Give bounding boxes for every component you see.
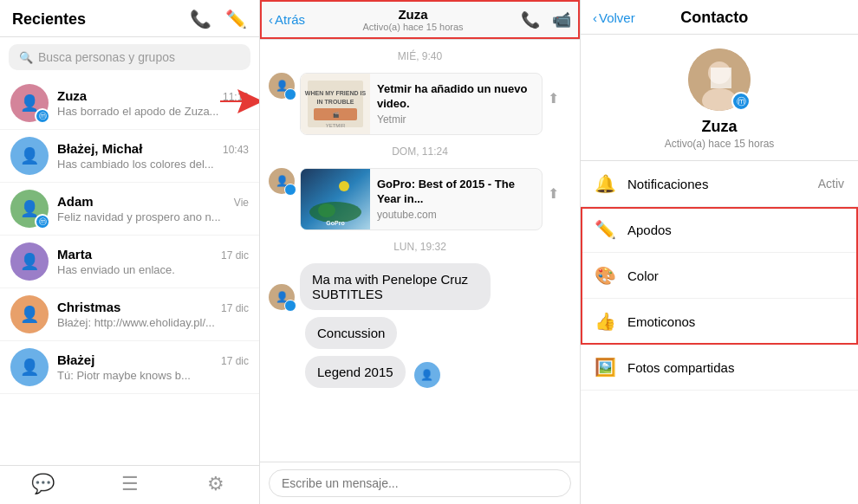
- video-info-yetmir: Yetmir ha añadido un nuevo video. Yetmir: [370, 77, 542, 131]
- avatar-christmas: 👤: [10, 295, 49, 333]
- svg-text:IN TROUBLE: IN TROUBLE: [317, 99, 354, 105]
- chat-messages: MIÉ, 9:40 👤 WHEN MY FRIEND IS IN TROUBLE…: [260, 40, 580, 462]
- tab-list[interactable]: ☰: [87, 473, 173, 495]
- avatar-circle-blazej-michal: 👤: [10, 137, 49, 175]
- conv-preview-adam: Feliz navidad y prospero ano n...: [57, 210, 249, 223]
- conv-preview-marta: Has enviado un enlace.: [57, 263, 249, 276]
- svg-marker-0: [220, 89, 259, 113]
- recientes-title: Recientes: [12, 10, 86, 29]
- conv-item-christmas[interactable]: 👤 Christmas 17 dic Błażej: http://www.eh…: [0, 288, 259, 341]
- conv-name-marta: Marta: [57, 247, 92, 262]
- svg-text:GoPro: GoPro: [326, 220, 344, 226]
- svg-text:WHEN MY FRIEND IS: WHEN MY FRIEND IS: [305, 90, 367, 96]
- svg-text:🎬: 🎬: [333, 112, 340, 119]
- middle-panel: ‹ Atrás Zuza Activo(a) hace 15 horas 📞 📹…: [260, 0, 581, 504]
- contact-back-chevron: ‹: [593, 10, 597, 25]
- video-card-gopro[interactable]: GoPro GoPro: Best of 2015 - The Year in.…: [300, 168, 543, 230]
- share-icon-gopro[interactable]: ⬆: [548, 185, 559, 202]
- chat-header-actions: 📞 📹: [521, 10, 571, 29]
- search-bar[interactable]: 🔍 Busca personas y grupos: [9, 44, 250, 70]
- conv-time-christmas: 17 dic: [221, 302, 249, 314]
- menu-item-fotos[interactable]: 🖼️ Fotos compartidas: [581, 345, 858, 391]
- color-icon: 🎨: [595, 265, 615, 286]
- conv-time-marta: 17 dic: [221, 249, 249, 262]
- arrow-annotation: [220, 89, 259, 117]
- conv-content-adam: Adam Vie Feliz navidad y prospero ano n.…: [57, 194, 249, 223]
- highlighted-menu-group: ✏️ Apodos 🎨 Color 👍 Emoticonos: [581, 207, 858, 345]
- hd-call-icon[interactable]: 📞: [190, 9, 211, 29]
- conv-item-blazej-michal[interactable]: 👤 Błażej, Michał 10:43 Has cambiado los …: [0, 130, 259, 183]
- conv-time-blazej: 17 dic: [221, 355, 249, 367]
- conv-time-blazej-michal: 10:43: [223, 144, 249, 156]
- avatar-circle-marta: 👤: [10, 242, 49, 281]
- video-thumb-yetmir: WHEN MY FRIEND IS IN TROUBLE 🎬 YETMIR: [301, 74, 370, 134]
- compose-icon[interactable]: ✏️: [225, 9, 247, 29]
- bubble-concussion: Concussion: [305, 317, 397, 349]
- chat-contact-name: Zuza: [305, 7, 521, 22]
- avatar-circle-blazej: 👤: [10, 348, 49, 386]
- conv-item-blazej[interactable]: 👤 Błażej 17 dic Tú: Piotr maybe knows b.…: [0, 341, 259, 394]
- msg-avatar-right: 👤: [414, 362, 440, 388]
- hd-audio-call-icon[interactable]: 📞: [521, 10, 540, 29]
- conv-name-blazej-michal: Błażej, Michał: [57, 141, 142, 156]
- menu-item-emoticonos[interactable]: 👍 Emoticonos: [581, 299, 858, 345]
- video-thumb-gopro: GoPro: [301, 169, 370, 229]
- chat-header: ‹ Atrás Zuza Activo(a) hace 15 horas 📞 📹: [260, 0, 580, 40]
- msg-avatar-wrapper-yetmir: 👤: [269, 73, 295, 99]
- conversation-list: 👤 ⓜ Zuza 11:19 Has borrado el apodo de Z…: [0, 77, 259, 465]
- video-title-yetmir: Yetmir ha añadido un nuevo video.: [377, 82, 535, 112]
- notificaciones-value: Activ: [818, 177, 844, 191]
- chat-input-bar: [260, 462, 580, 504]
- chat-input[interactable]: [269, 469, 571, 497]
- fotos-label: Fotos compartidas: [627, 360, 844, 375]
- video-call-icon[interactable]: 📹: [552, 10, 571, 29]
- search-placeholder: Busca personas y grupos: [38, 50, 175, 64]
- conv-item-zuza[interactable]: 👤 ⓜ Zuza 11:19 Has borrado el apodo de Z…: [0, 77, 259, 130]
- menu-item-color[interactable]: 🎨 Color: [581, 253, 858, 299]
- video-row-gopro: 👤: [269, 168, 571, 230]
- video-source-yetmir: Yetmir: [377, 113, 535, 126]
- conv-item-adam[interactable]: 👤 ⓜ Adam Vie Feliz navidad y prospero an…: [0, 183, 259, 236]
- right-avatar-legend: 👤: [414, 362, 440, 388]
- conv-preview-blazej-michal: Has cambiado los colores del...: [57, 158, 249, 171]
- left-header: Recientes 📞 ✏️: [0, 0, 259, 37]
- tab-settings[interactable]: ⚙: [172, 473, 259, 495]
- back-chevron-icon: ‹: [269, 12, 273, 27]
- conv-content-christmas: Christmas 17 dic Błażej: http://www.ehol…: [57, 300, 249, 329]
- conv-item-marta[interactable]: 👤 Marta 17 dic Has enviado un enlace.: [0, 236, 259, 288]
- msg-avatar-wrapper-gopro: 👤: [269, 168, 295, 194]
- messenger-badge-zuza: ⓜ: [35, 108, 50, 124]
- conv-preview-blazej: Tú: Piotr maybe knows b...: [57, 369, 249, 382]
- profile-status: Activo(a) hace 15 horas: [665, 138, 775, 150]
- back-button[interactable]: ‹ Atrás: [269, 12, 305, 27]
- emoticonos-label: Emoticonos: [627, 314, 844, 329]
- conv-content-marta: Marta 17 dic Has enviado un enlace.: [57, 247, 249, 276]
- menu-item-apodos[interactable]: ✏️ Apodos: [581, 207, 858, 253]
- msg-row-mama: 👤 Ma ma with Penelope Cruz SUBTITLES: [269, 263, 571, 310]
- header-icons: 📞 ✏️: [190, 9, 247, 29]
- conv-name-zuza: Zuza: [57, 88, 87, 103]
- profile-name: Zuza: [701, 118, 737, 136]
- date-mie: MIÉ, 9:40: [269, 50, 571, 62]
- bottom-tabs: 💬 ☰ ⚙: [0, 465, 259, 504]
- contact-profile: ⓜ Zuza Activo(a) hace 15 horas: [581, 35, 858, 161]
- search-icon: 🔍: [19, 51, 33, 64]
- apodos-icon: ✏️: [595, 219, 615, 240]
- profile-messenger-badge: ⓜ: [731, 92, 751, 111]
- conv-content-blazej: Błażej 17 dic Tú: Piotr maybe knows b...: [57, 352, 249, 382]
- tab-messages[interactable]: 💬: [0, 473, 87, 495]
- contact-back-button[interactable]: ‹ Volver: [593, 10, 635, 25]
- video-card-yetmir[interactable]: WHEN MY FRIEND IS IN TROUBLE 🎬 YETMIR Ye…: [300, 73, 543, 135]
- avatar-blazej: 👤: [10, 348, 49, 386]
- conv-name-christmas: Christmas: [57, 300, 120, 314]
- video-title-gopro: GoPro: Best of 2015 - The Year in...: [377, 178, 535, 207]
- notificaciones-label: Notificaciones: [627, 177, 806, 191]
- profile-avatar: ⓜ: [688, 48, 751, 111]
- svg-text:YETMIR: YETMIR: [326, 123, 346, 128]
- share-icon-yetmir[interactable]: ⬆: [548, 90, 559, 107]
- svg-point-11: [339, 181, 349, 191]
- menu-item-notificaciones[interactable]: 🔔 Notificaciones Activ: [581, 161, 858, 207]
- conv-time-adam: Vie: [234, 197, 249, 209]
- fotos-icon: 🖼️: [595, 357, 615, 378]
- bubble-legend: Legend 2015: [305, 356, 406, 388]
